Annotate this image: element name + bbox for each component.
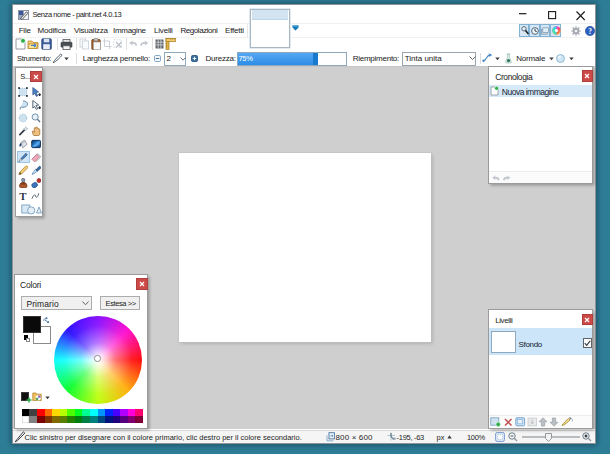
svg-text:T: T [19, 191, 27, 201]
svg-text:?: ? [588, 27, 592, 36]
